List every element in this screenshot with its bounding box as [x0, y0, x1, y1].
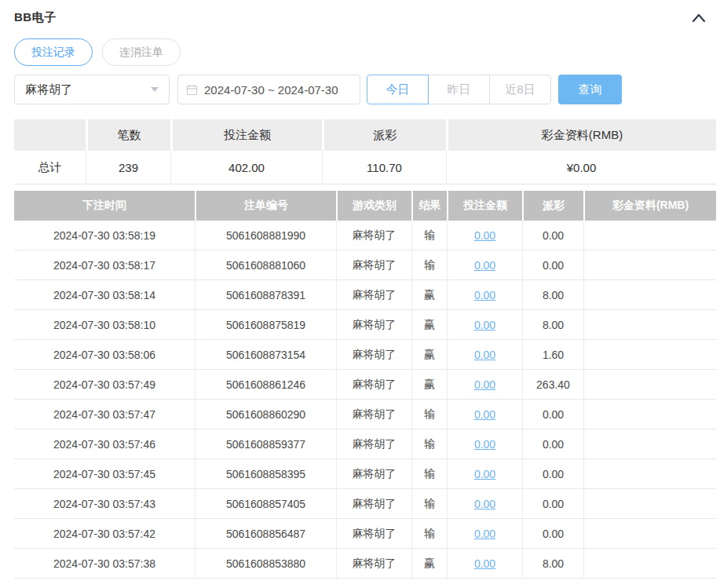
bet-amount-link[interactable]: 0.00 [474, 528, 495, 540]
summary-total-bet-amount: 402.00 [170, 151, 322, 184]
result-cell: 赢 [411, 340, 447, 369]
header-game-type: 游戏类别 [336, 191, 411, 221]
bet-amount-link[interactable]: 0.00 [474, 289, 495, 301]
order-id-cell: 5061608881060 [195, 250, 336, 279]
records-header-row: 下注时间 注单编号 游戏类别 结果 投注金额 派彩 彩金资料(RMB) [14, 191, 716, 221]
bet-amount-link[interactable]: 0.00 [474, 319, 495, 331]
quick-today-button[interactable]: 今日 [367, 75, 429, 104]
game-select[interactable]: 麻将胡了 [14, 75, 170, 104]
summary-header-payout: 派彩 [322, 119, 446, 151]
bet-time-cell: 2024-07-30 03:57:46 [14, 429, 195, 458]
date-range-value: 2024-07-30 ~ 2024-07-30 [204, 83, 338, 97]
header-bet-time: 下注时间 [14, 191, 195, 221]
result-cell: 赢 [411, 370, 447, 399]
page-title: BB电子 [14, 10, 57, 25]
bet-amount-cell: 0.00 [447, 549, 522, 578]
panel-header: BB电子 [14, 0, 716, 28]
result-cell: 输 [411, 429, 447, 458]
bonus-cell [583, 280, 716, 309]
summary-total-row: 总计 239 402.00 110.70 ¥0.00 [14, 151, 716, 184]
table-row: 2024-07-30 03:57:45 5061608858395 麻将胡了 输… [14, 459, 716, 489]
bet-amount-link[interactable]: 0.00 [474, 349, 495, 361]
game-type-cell: 麻将胡了 [336, 400, 411, 429]
bet-time-cell: 2024-07-30 03:57:38 [14, 549, 195, 578]
order-id-cell: 5061608856487 [195, 519, 336, 548]
table-row: 2024-07-30 03:57:47 5061608860290 麻将胡了 输… [14, 400, 716, 429]
bonus-cell [583, 310, 716, 339]
result-cell: 输 [411, 489, 447, 518]
bonus-cell [583, 400, 716, 429]
bet-amount-link[interactable]: 0.00 [474, 557, 495, 570]
bet-amount-link[interactable]: 0.00 [474, 229, 495, 242]
records-body: 2024-07-30 03:58:19 5061608881990 麻将胡了 输… [14, 221, 716, 579]
bonus-cell [583, 549, 716, 578]
result-cell: 赢 [411, 280, 447, 309]
bet-time-cell: 2024-07-30 03:57:45 [14, 459, 195, 488]
search-button[interactable]: 查询 [558, 75, 622, 104]
header-bet-amount: 投注金额 [447, 191, 522, 221]
bet-records-table: 下注时间 注单编号 游戏类别 结果 投注金额 派彩 彩金资料(RMB) 2024… [14, 191, 716, 588]
order-id-cell: 5061608858395 [195, 459, 336, 488]
order-id-cell: 5061608857405 [195, 489, 336, 518]
quick-last8days-button[interactable]: 近8日 [489, 75, 551, 104]
order-id-cell: 5061608881990 [195, 221, 336, 250]
chevron-down-icon [151, 87, 159, 92]
result-cell: 赢 [411, 310, 447, 339]
order-id-cell: 5061608853880 [195, 549, 336, 578]
table-row: 2024-07-30 03:58:10 5061608875819 麻将胡了 赢… [14, 310, 716, 340]
bet-amount-cell: 0.00 [447, 340, 522, 369]
bet-amount-link[interactable]: 0.00 [474, 468, 495, 480]
tab-cancelled-orders[interactable]: 连消注单 [102, 38, 181, 66]
bet-amount-cell: 0.00 [447, 250, 522, 279]
order-id-cell: 5061608861246 [195, 370, 336, 399]
payout-cell: 0.00 [522, 429, 583, 458]
calendar-icon [186, 84, 198, 96]
bet-amount-cell: 0.00 [447, 370, 522, 399]
order-id-cell: 5061608873154 [195, 340, 336, 369]
quick-range-group: 今日 昨日 近8日 [367, 75, 551, 104]
game-type-cell: 麻将胡了 [336, 280, 411, 309]
summary-header-bet-amount: 投注金额 [170, 119, 322, 151]
bet-amount-link[interactable]: 0.00 [474, 498, 495, 510]
bonus-cell [583, 340, 716, 369]
payout-cell: 0.00 [522, 519, 583, 548]
quick-yesterday-button[interactable]: 昨日 [428, 75, 490, 104]
summary-total-bonus: ¥0.00 [446, 151, 716, 184]
bet-records-panel: BB电子 投注记录 连消注单 麻将胡了 2024-07-30 ~ 2024-07… [0, 0, 720, 588]
bet-time-cell: 2024-07-30 03:57:49 [14, 370, 195, 399]
game-type-cell: 麻将胡了 [336, 221, 411, 250]
payout-cell: 8.00 [522, 310, 583, 339]
bet-time-cell: 2024-07-30 03:58:19 [14, 221, 195, 250]
result-cell: 输 [411, 459, 447, 488]
header-payout: 派彩 [522, 191, 583, 221]
bet-amount-cell: 0.00 [447, 489, 522, 518]
bet-amount-link[interactable]: 0.00 [474, 408, 495, 421]
payout-cell: 0.00 [522, 221, 583, 250]
bet-amount-cell: 0.00 [447, 221, 522, 250]
table-row: 2024-07-30 03:58:14 5061608878391 麻将胡了 赢… [14, 280, 716, 310]
bet-amount-cell: 0.00 [447, 459, 522, 488]
tab-bet-records[interactable]: 投注记录 [14, 38, 93, 66]
bet-amount-cell: 0.00 [447, 429, 522, 458]
summary-total-payout: 110.70 [322, 151, 446, 184]
result-cell: 输 [411, 221, 447, 250]
bet-amount-cell: 0.00 [447, 519, 522, 548]
bet-amount-link[interactable]: 0.00 [474, 259, 495, 272]
game-type-cell: 麻将胡了 [336, 519, 411, 548]
game-type-cell: 麻将胡了 [336, 429, 411, 458]
date-range-input[interactable]: 2024-07-30 ~ 2024-07-30 [177, 75, 360, 104]
summary-header-blank [14, 119, 86, 151]
payout-cell: 263.40 [522, 370, 583, 399]
bet-amount-cell: 0.00 [447, 310, 522, 339]
summary-header-bonus: 彩金资料(RMB) [446, 119, 716, 151]
game-type-cell: 麻将胡了 [336, 310, 411, 339]
collapse-button[interactable] [691, 11, 716, 24]
header-bonus: 彩金资料(RMB) [583, 191, 716, 221]
chevron-up-icon [691, 13, 707, 26]
bet-time-cell: 2024-07-30 03:57:42 [14, 519, 195, 548]
result-cell: 输 [411, 400, 447, 429]
table-row: 2024-07-30 03:58:17 5061608881060 麻将胡了 输… [14, 250, 716, 280]
bet-amount-link[interactable]: 0.00 [474, 378, 495, 391]
bet-amount-link[interactable]: 0.00 [474, 438, 495, 451]
bonus-cell [583, 250, 716, 279]
